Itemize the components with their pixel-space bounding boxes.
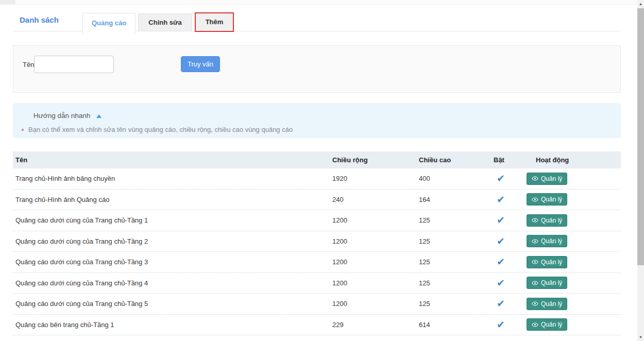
eye-icon — [532, 300, 538, 307]
row-actions-cell: Quản lý — [524, 214, 621, 227]
row-actions-cell: Quản lý — [524, 277, 621, 289]
row-height-cell: 614 — [419, 321, 494, 329]
row-actions-cell: Quản lý — [524, 298, 621, 310]
name-field-label: Tên — [23, 61, 34, 69]
row-height-cell: 125 — [419, 237, 494, 245]
row-name-cell: Quảng cáo dưới cùng của Trang chủ-Tầng 1 — [13, 216, 332, 224]
chevron-up-icon[interactable] — [96, 114, 101, 118]
table-row: Trang chủ-Hình ảnh băng chuyền 1920 400 … — [13, 168, 621, 190]
manage-button-label: Quản lý — [541, 259, 562, 266]
row-width-cell: 1200 — [332, 216, 419, 224]
check-icon[interactable]: ✔ — [494, 215, 505, 226]
manage-button-label: Quản lý — [541, 217, 562, 224]
check-icon[interactable]: ✔ — [494, 257, 505, 267]
main-content: Danh sách Quảng cáo Chỉnh sửa Thêm Tên T… — [13, 0, 621, 341]
row-width-cell: 229 — [332, 321, 419, 329]
eye-icon — [532, 280, 538, 286]
table-row: Quảng cáo dưới cùng của Trang chủ-Tầng 2… — [13, 231, 621, 252]
row-name-cell: Trang chủ-Hình ảnh Quảng cáo — [13, 196, 332, 203]
row-width-cell: 1200 — [332, 237, 419, 245]
table-row: Quảng cáo dưới cùng của Trang chủ-Tầng 3… — [13, 252, 621, 273]
manage-button-label: Quản lý — [541, 300, 562, 308]
scrollbar-thumb[interactable] — [637, 8, 644, 265]
eye-icon — [532, 259, 538, 265]
row-actions-cell: Quản lý — [524, 193, 621, 206]
check-icon[interactable]: ✔ — [494, 278, 505, 288]
check-icon[interactable]: ✔ — [494, 194, 505, 205]
row-enabled-cell: ✔ — [494, 174, 524, 183]
eye-icon — [532, 217, 538, 224]
table-row: Quảng cáo dưới cùng của Trang chủ-Tầng 1… — [13, 210, 621, 231]
row-enabled-cell: ✔ — [494, 215, 524, 225]
search-panel: Tên Truy vấn — [13, 45, 621, 93]
scroll-down-arrow-icon[interactable]: ▼ — [637, 333, 644, 341]
eye-icon — [532, 321, 538, 328]
manage-button[interactable]: Quản lý — [527, 318, 567, 331]
table-body: Trang chủ-Hình ảnh băng chuyền 1920 400 … — [13, 168, 621, 335]
column-header-actions: Hoạt động — [524, 151, 621, 168]
row-width-cell: 1920 — [332, 175, 419, 182]
ad-zones-table: Tên Chiều rộng Chiều cao Bật Hoạt động T… — [13, 151, 621, 335]
table-row: Quảng cáo bên trang chủ-Tầng 1 229 614 ✔… — [13, 315, 621, 336]
manage-button[interactable]: Quản lý — [527, 193, 567, 206]
check-icon[interactable]: ✔ — [494, 236, 505, 247]
row-height-cell: 125 — [419, 300, 494, 308]
row-enabled-cell: ✔ — [494, 236, 524, 246]
table-header-row: Tên Chiều rộng Chiều cao Bật Hoạt động — [13, 151, 621, 168]
manage-button-label: Quản lý — [541, 175, 562, 182]
scrollbar[interactable]: ▲ ▼ — [637, 0, 644, 341]
manage-button[interactable]: Quản lý — [527, 256, 567, 268]
tab-quang-cao[interactable]: Quảng cáo — [82, 13, 135, 33]
quick-guide-panel: Hướng dẫn nhanh Bạn có thể xem và chỉnh … — [13, 103, 621, 138]
row-name-cell: Quảng cáo dưới cùng của Trang chủ-Tầng 3 — [13, 258, 332, 266]
check-icon[interactable]: ✔ — [494, 298, 505, 309]
row-actions-cell: Quản lý — [524, 318, 621, 331]
row-enabled-cell: ✔ — [494, 278, 524, 288]
row-actions-cell: Quản lý — [524, 235, 621, 247]
tab-them[interactable]: Thêm — [195, 12, 234, 32]
row-name-cell: Trang chủ-Hình ảnh băng chuyền — [13, 175, 332, 182]
eye-icon — [532, 175, 538, 182]
bullet-icon — [22, 129, 24, 131]
tab-bar: Danh sách Quảng cáo Chỉnh sửa Thêm — [13, 10, 621, 34]
query-button[interactable]: Truy vấn — [181, 56, 220, 72]
column-header-name: Tên — [13, 151, 332, 168]
manage-button[interactable]: Quản lý — [527, 277, 567, 289]
row-enabled-cell: ✔ — [494, 257, 524, 267]
quick-guide-tip-text: Bạn có thể xem và chỉnh sửa tên vùng quả… — [28, 126, 293, 133]
row-height-cell: 125 — [419, 258, 494, 266]
eye-icon — [532, 238, 538, 245]
row-width-cell: 1200 — [332, 258, 419, 266]
row-width-cell: 240 — [332, 196, 419, 203]
table-row: Quảng cáo dưới cùng của Trang chủ-Tầng 5… — [13, 294, 621, 315]
tab-danh-sach[interactable]: Danh sách — [20, 15, 59, 24]
tab-chinh-sua[interactable]: Chỉnh sửa — [138, 13, 192, 31]
row-height-cell: 125 — [419, 216, 494, 224]
row-enabled-cell: ✔ — [494, 320, 524, 330]
column-header-enabled: Bật — [494, 151, 524, 168]
scroll-up-arrow-icon[interactable]: ▲ — [637, 0, 644, 8]
table-row: Trang chủ-Hình ảnh Quảng cáo 240 164 ✔ Q… — [13, 190, 621, 211]
manage-button[interactable]: Quản lý — [527, 235, 567, 247]
manage-button[interactable]: Quản lý — [527, 214, 567, 227]
quick-guide-header: Hướng dẫn nhanh — [33, 112, 101, 120]
row-height-cell: 164 — [419, 196, 494, 203]
quick-guide-tip-row: Bạn có thể xem và chỉnh sửa tên vùng quả… — [22, 126, 293, 133]
column-header-width: Chiều rộng — [332, 151, 419, 168]
manage-button[interactable]: Quản lý — [527, 298, 567, 310]
check-icon[interactable]: ✔ — [494, 173, 505, 184]
quick-guide-title: Hướng dẫn nhanh — [33, 112, 90, 120]
name-input[interactable] — [34, 56, 114, 73]
tabs-group: Quảng cáo Chỉnh sửa Thêm — [80, 10, 234, 33]
row-height-cell: 125 — [419, 279, 494, 287]
row-enabled-cell: ✔ — [494, 195, 524, 204]
table-row: Quảng cáo dưới cùng của Trang chủ-Tầng 4… — [13, 273, 621, 294]
manage-button[interactable]: Quản lý — [527, 173, 567, 185]
row-enabled-cell: ✔ — [494, 299, 524, 309]
column-header-height: Chiều cao — [419, 151, 494, 168]
check-icon[interactable]: ✔ — [494, 319, 505, 330]
row-width-cell: 1200 — [332, 300, 419, 308]
manage-button-label: Quản lý — [541, 237, 562, 245]
row-width-cell: 1200 — [332, 279, 419, 287]
manage-button-label: Quản lý — [541, 279, 562, 286]
